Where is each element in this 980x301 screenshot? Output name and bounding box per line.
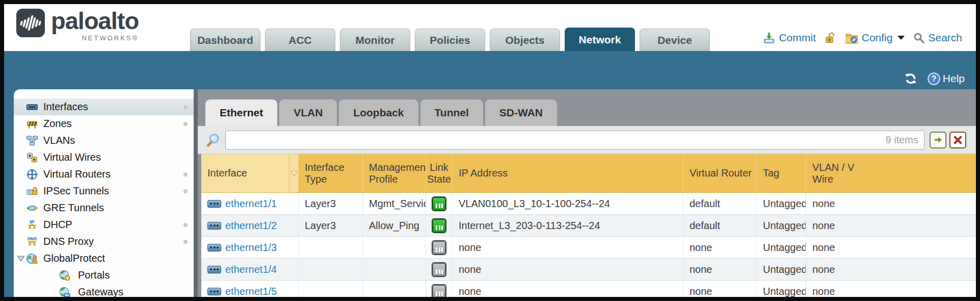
subtab-ethernet[interactable]: Ethernet <box>205 99 277 126</box>
sidebar-item-vlans[interactable]: VLANs <box>14 132 194 149</box>
tab-acc[interactable]: ACC <box>265 29 335 51</box>
sidebar-item-dot <box>183 223 188 227</box>
sort-indicator[interactable] <box>289 154 298 192</box>
help-link[interactable]: ? Help <box>927 72 965 86</box>
tab-device[interactable]: Device <box>640 29 710 51</box>
refresh-icon[interactable] <box>904 71 918 86</box>
sidebar-item-dhcp[interactable]: IP DHCP <box>14 216 194 233</box>
subtab-sdwan[interactable]: SD-WAN <box>485 99 557 126</box>
interface-link[interactable]: ethernet1/3 <box>225 242 277 254</box>
apply-filter-button[interactable] <box>930 132 946 148</box>
col-tag[interactable]: Tag <box>756 154 806 192</box>
sidebar-item-label: Virtual Routers <box>43 168 111 180</box>
link-state-down-icon <box>432 241 446 255</box>
tab-dashboard[interactable]: Dashboard <box>190 29 260 51</box>
search-button[interactable]: Search <box>913 32 962 44</box>
help-icon: ? <box>927 72 941 86</box>
sidebar: Interfaces Zones VLANs <box>14 89 194 297</box>
link-state-up-icon <box>432 197 446 211</box>
sidebar-item-dot <box>183 172 188 177</box>
filter-input[interactable] <box>225 131 924 149</box>
cell-virtual-router: default <box>683 215 756 236</box>
commit-button[interactable]: Commit <box>762 31 815 44</box>
sidebar-item-label: Gateways <box>78 286 123 297</box>
table-row[interactable]: ethernet1/5 none none Untagged none <box>201 281 976 297</box>
virtual-wires-icon <box>26 152 38 164</box>
table-header: Interface Interface Type Management Prof… <box>201 154 976 193</box>
collapse-triangle-icon[interactable] <box>17 255 25 262</box>
tab-objects[interactable]: Objects <box>490 29 560 51</box>
interface-icon <box>207 266 221 273</box>
clear-filter-button[interactable] <box>949 132 966 148</box>
sub-header-band: ? Help <box>4 51 976 89</box>
main-nav-tabs: Dashboard ACC Monitor Policies Objects N… <box>190 28 710 51</box>
filter-box: 9 items <box>225 131 924 149</box>
help-cluster: ? Help <box>904 71 965 86</box>
paloalto-logo-icon <box>16 9 45 37</box>
col-interface-type[interactable]: Interface Type <box>298 154 362 192</box>
brand-text: paloalto NETWORKS® <box>51 9 139 42</box>
cell-ip-address: none <box>452 281 683 297</box>
col-interface[interactable]: Interface <box>201 154 289 192</box>
sidebar-item-label: GRE Tunnels <box>43 202 104 214</box>
sidebar-item-gre-tunnels[interactable]: GRE Tunnels <box>14 199 194 216</box>
table-row[interactable]: ethernet1/4 none none Untagged none <box>201 259 976 281</box>
link-state-down-icon <box>432 285 446 297</box>
table-row[interactable]: ethernet1/3 none none Untagged none <box>201 237 976 259</box>
sidebar-item-globalprotect[interactable]: GlobalProtect <box>14 250 194 267</box>
cell-mgmt-profile <box>362 281 426 297</box>
tab-policies[interactable]: Policies <box>415 29 485 51</box>
content-pane: Ethernet VLAN Loopback Tunnel SD-WAN 9 i… <box>198 89 976 297</box>
interface-link[interactable]: ethernet1/4 <box>225 264 277 275</box>
table-row[interactable]: ethernet1/1 Layer3 Mgmt_Services VLAN010… <box>201 193 976 215</box>
tab-network[interactable]: Network <box>565 28 635 51</box>
interface-link[interactable]: ethernet1/1 <box>225 198 277 210</box>
interfaces-table: Interface Interface Type Management Prof… <box>201 154 976 297</box>
lock-icon[interactable] <box>824 32 837 44</box>
sidebar-item-label: Portals <box>78 269 110 281</box>
subtab-tunnel[interactable]: Tunnel <box>420 99 483 126</box>
cell-interface-type: Layer3 <box>298 193 362 214</box>
interface-link[interactable]: ethernet1/5 <box>225 286 277 297</box>
subtab-loopback[interactable]: Loopback <box>339 99 418 126</box>
sidebar-item-virtual-wires[interactable]: Virtual Wires <box>14 149 194 166</box>
table-row[interactable]: ethernet1/2 Layer3 Allow_Ping Internet_L… <box>201 215 976 237</box>
top-bar: paloalto NETWORKS® Dashboard ACC Monitor… <box>4 4 976 51</box>
col-link-state[interactable]: Link State <box>426 154 452 192</box>
cell-interface-type: Layer3 <box>298 215 362 236</box>
pane-splitter[interactable] <box>194 89 198 297</box>
sidebar-item-gateways[interactable]: Gateways <box>14 284 194 297</box>
sidebar-item-interfaces[interactable]: Interfaces <box>14 98 194 115</box>
sidebar-item-label: IPSec Tunnels <box>43 185 109 197</box>
top-actions: Commit Config <box>762 28 962 48</box>
zones-icon <box>26 118 38 130</box>
commit-icon <box>762 31 776 44</box>
ipsec-tunnels-icon <box>26 185 38 197</box>
tab-monitor[interactable]: Monitor <box>340 29 410 51</box>
col-ip-address[interactable]: IP Address <box>452 154 683 192</box>
sidebar-item-dot <box>183 189 188 193</box>
cell-tag: Untagged <box>756 215 806 236</box>
interface-icon <box>207 222 221 230</box>
cell-virtual-router: default <box>683 193 756 214</box>
col-vlan-wire[interactable]: VLAN / V Wire <box>806 154 976 192</box>
subtab-vlan[interactable]: VLAN <box>279 99 337 126</box>
sidebar-item-ipsec-tunnels[interactable]: IPSec Tunnels <box>14 183 194 199</box>
col-management-profile[interactable]: Management Profile <box>362 154 426 192</box>
gateways-icon <box>59 286 71 297</box>
sidebar-item-virtual-routers[interactable]: Virtual Routers <box>14 166 194 183</box>
commit-label: Commit <box>779 32 815 44</box>
app-window: paloalto NETWORKS® Dashboard ACC Monitor… <box>4 4 976 297</box>
sidebar-item-label: Zones <box>43 118 72 130</box>
interfaces-icon <box>26 101 38 113</box>
cell-tag: Untagged <box>756 237 806 258</box>
config-menu[interactable]: Config <box>845 31 905 45</box>
col-virtual-router[interactable]: Virtual Router <box>683 154 756 192</box>
sidebar-item-dns-proxy[interactable]: DNS DNS Proxy <box>14 233 194 250</box>
sidebar-item-portals[interactable]: Portals <box>14 267 194 284</box>
sidebar-item-zones[interactable]: Zones <box>14 115 194 132</box>
cell-ip-address: none <box>452 237 683 258</box>
interface-link[interactable]: ethernet1/2 <box>225 220 277 232</box>
cell-tag: Untagged <box>756 281 806 297</box>
sort-triangle-icon <box>290 170 298 177</box>
